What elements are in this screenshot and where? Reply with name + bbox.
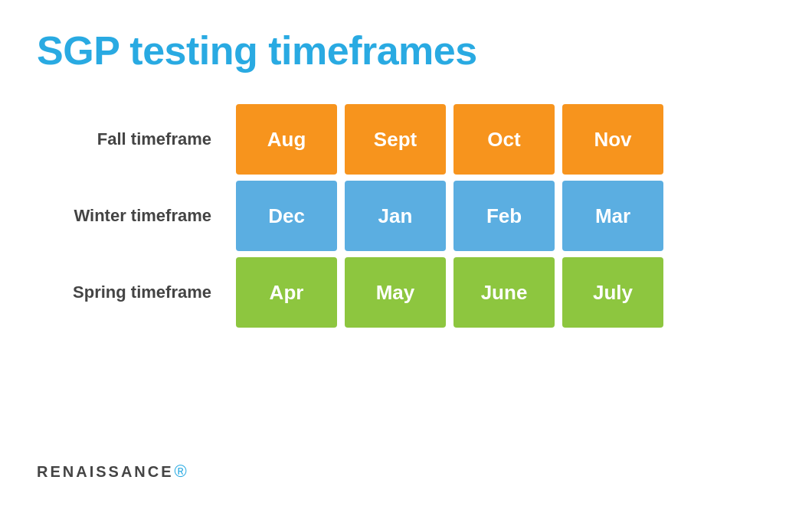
page-title: SGP testing timeframes	[0, 0, 812, 89]
month-dec: Dec	[236, 181, 337, 251]
spring-months: AprMayJuneJuly	[236, 257, 663, 328]
month-aug: Aug	[236, 104, 337, 175]
month-nov: Nov	[562, 104, 663, 175]
logo-dot: ®	[175, 462, 187, 482]
row-spring: Spring timeframeAprMayJuneJuly	[37, 257, 775, 328]
row-fall: Fall timeframeAugSeptOctNov	[37, 104, 775, 175]
month-jan: Jan	[345, 181, 446, 251]
winter-label: Winter timeframe	[37, 206, 236, 226]
logo: RENAISSANCE ®	[37, 462, 187, 482]
logo-text: RENAISSANCE	[37, 463, 174, 481]
row-winter: Winter timeframeDecJanFebMar	[37, 181, 775, 251]
month-oct: Oct	[453, 104, 555, 175]
winter-months: DecJanFebMar	[236, 181, 663, 251]
fall-months: AugSeptOctNov	[236, 104, 663, 175]
month-sept: Sept	[345, 104, 446, 175]
month-apr: Apr	[236, 257, 337, 328]
month-feb: Feb	[453, 181, 555, 251]
timeframes-grid: Fall timeframeAugSeptOctNovWinter timefr…	[0, 89, 812, 349]
month-july: July	[562, 257, 663, 328]
month-june: June	[453, 257, 555, 328]
fall-label: Fall timeframe	[37, 129, 236, 149]
month-mar: Mar	[562, 181, 663, 251]
month-may: May	[345, 257, 446, 328]
spring-label: Spring timeframe	[37, 282, 236, 302]
